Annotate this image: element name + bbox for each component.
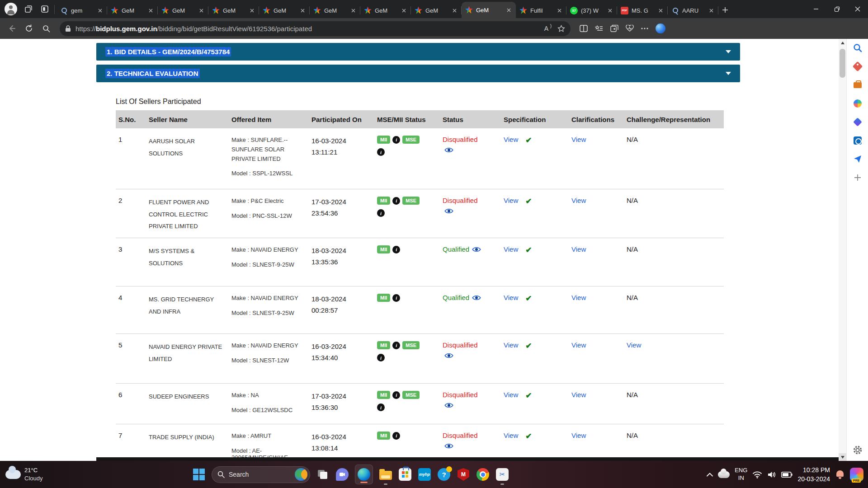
browser-tab[interactable]: GeM xyxy=(310,3,360,18)
microsoft-store-icon[interactable] xyxy=(398,468,412,481)
sidebar-shopping-icon[interactable] xyxy=(852,61,863,72)
browser-tab[interactable]: PDFMS. G xyxy=(617,3,668,18)
browser-tab[interactable]: GeM xyxy=(107,3,158,18)
language-indicator[interactable]: ENGIN xyxy=(735,467,747,482)
specification-view-link[interactable]: View xyxy=(504,391,518,399)
browser-tab[interactable]: Fulfil xyxy=(516,3,566,18)
tab-close-icon[interactable] xyxy=(451,7,458,14)
info-icon[interactable]: i xyxy=(392,342,400,349)
sidebar-settings-icon[interactable] xyxy=(852,445,863,455)
clarifications-view-link[interactable]: View xyxy=(571,245,586,253)
tab-close-icon[interactable] xyxy=(198,7,205,14)
minimize-button[interactable] xyxy=(806,0,826,18)
clarifications-view-link[interactable]: View xyxy=(571,341,586,349)
volume-icon[interactable] xyxy=(767,471,776,479)
tab-close-icon[interactable] xyxy=(299,7,306,14)
sidebar-add-icon[interactable] xyxy=(852,172,863,183)
info-icon[interactable]: i xyxy=(377,148,385,156)
browser-tab[interactable]: gem xyxy=(57,3,107,18)
battery-icon[interactable] xyxy=(781,472,793,478)
eye-icon[interactable] xyxy=(444,402,453,408)
copilot-preview-icon[interactable]: PRE xyxy=(850,468,863,481)
file-explorer-icon[interactable] xyxy=(379,468,392,481)
info-icon[interactable]: i xyxy=(392,197,400,205)
weather-widget[interactable]: 21°C Cloudy xyxy=(5,461,42,488)
profile-avatar[interactable] xyxy=(5,3,17,15)
toolbar-search-icon[interactable] xyxy=(39,21,53,36)
taskbar-search[interactable]: Search xyxy=(212,466,310,483)
start-button[interactable] xyxy=(192,468,206,481)
info-icon[interactable]: i xyxy=(392,294,400,302)
new-tab-button[interactable] xyxy=(718,3,732,17)
browser-tab[interactable]: 37(37) W xyxy=(566,3,617,18)
myhp-icon[interactable]: myhp xyxy=(418,468,431,481)
copilot-icon[interactable] xyxy=(656,23,665,33)
workspaces-icon[interactable] xyxy=(24,4,33,14)
sidebar-designer-icon[interactable] xyxy=(852,117,863,127)
split-screen-icon[interactable] xyxy=(580,25,588,32)
chat-button[interactable] xyxy=(335,468,349,481)
scroll-up-icon[interactable] xyxy=(839,39,846,47)
address-bar[interactable]: https://bidplus.gem.gov.in/bidding/bid/g… xyxy=(60,21,571,36)
accordion-technical-evaluation[interactable]: 2. TECHNICAL EVALUATION xyxy=(96,65,740,82)
specification-view-link[interactable]: View xyxy=(504,245,518,253)
specification-view-link[interactable]: View xyxy=(504,341,518,349)
onedrive-icon[interactable] xyxy=(718,471,730,478)
specification-view-link[interactable]: View xyxy=(504,294,518,301)
browser-essentials-icon[interactable] xyxy=(626,25,634,32)
clarifications-view-link[interactable]: View xyxy=(571,294,586,301)
challenge-view-link[interactable]: View xyxy=(627,341,641,349)
read-aloud-icon[interactable]: A xyxy=(544,25,551,32)
browser-tab[interactable]: GeM xyxy=(158,3,208,18)
favorite-star-icon[interactable] xyxy=(557,25,565,33)
sidebar-drop-icon[interactable] xyxy=(852,154,863,164)
tab-close-icon[interactable] xyxy=(96,7,104,14)
accordion-bid-details[interactable]: 1. BID DETAILS - GEM/2024/B/4753784 xyxy=(96,43,740,61)
tab-close-icon[interactable] xyxy=(248,7,255,14)
clarifications-view-link[interactable]: View xyxy=(571,432,586,439)
favorites-icon[interactable] xyxy=(595,25,603,32)
tab-actions-icon[interactable] xyxy=(40,4,50,14)
mcafee-icon[interactable]: M xyxy=(457,468,470,481)
scroll-down-icon[interactable] xyxy=(839,453,846,461)
tab-close-icon[interactable] xyxy=(147,7,154,14)
scrollbar-thumb[interactable] xyxy=(840,49,845,78)
browser-tab[interactable]: GeM xyxy=(208,3,259,18)
edge-taskbar-icon[interactable] xyxy=(355,465,373,484)
clarifications-view-link[interactable]: View xyxy=(571,197,586,204)
get-help-icon[interactable]: ? xyxy=(437,468,451,481)
specification-view-link[interactable]: View xyxy=(504,197,518,204)
clock[interactable]: 10:28 PM 20-03-2024 xyxy=(797,465,830,484)
collections-icon[interactable] xyxy=(610,25,618,32)
sidebar-games-icon[interactable] xyxy=(852,98,863,109)
browser-tab[interactable]: GeM xyxy=(462,2,516,18)
sidebar-outlook-icon[interactable] xyxy=(852,135,863,146)
search-highlight-icon[interactable] xyxy=(295,468,307,481)
wifi-icon[interactable] xyxy=(752,471,762,479)
info-icon[interactable]: i xyxy=(392,432,400,440)
info-icon[interactable]: i xyxy=(377,404,385,411)
browser-tab[interactable]: GeM xyxy=(411,3,462,18)
sidebar-microsoft-365-icon[interactable] xyxy=(852,80,863,90)
eye-icon[interactable] xyxy=(444,208,453,214)
eye-icon[interactable] xyxy=(444,443,453,449)
browser-tab[interactable]: AARU xyxy=(668,3,718,18)
sidebar-search-icon[interactable] xyxy=(852,42,863,53)
task-view-button[interactable] xyxy=(316,468,330,481)
tray-chevron-icon[interactable] xyxy=(707,473,713,477)
tab-close-icon[interactable] xyxy=(708,7,715,14)
clarifications-view-link[interactable]: View xyxy=(571,136,586,143)
tab-close-icon[interactable] xyxy=(657,7,664,14)
specification-view-link[interactable]: View xyxy=(504,136,518,143)
info-icon[interactable]: i xyxy=(377,354,385,361)
info-icon[interactable]: i xyxy=(392,246,400,253)
browser-tab[interactable]: GeM xyxy=(259,3,310,18)
tab-close-icon[interactable] xyxy=(556,7,563,14)
browser-tab[interactable]: GeM xyxy=(360,3,411,18)
eye-icon[interactable] xyxy=(444,147,453,153)
tab-close-icon[interactable] xyxy=(400,7,407,14)
snipping-tool-icon[interactable]: ✂ xyxy=(495,468,509,481)
notification-bell-icon[interactable] xyxy=(835,469,845,479)
tab-close-icon[interactable] xyxy=(505,6,512,14)
page-scrollbar[interactable] xyxy=(839,39,846,461)
